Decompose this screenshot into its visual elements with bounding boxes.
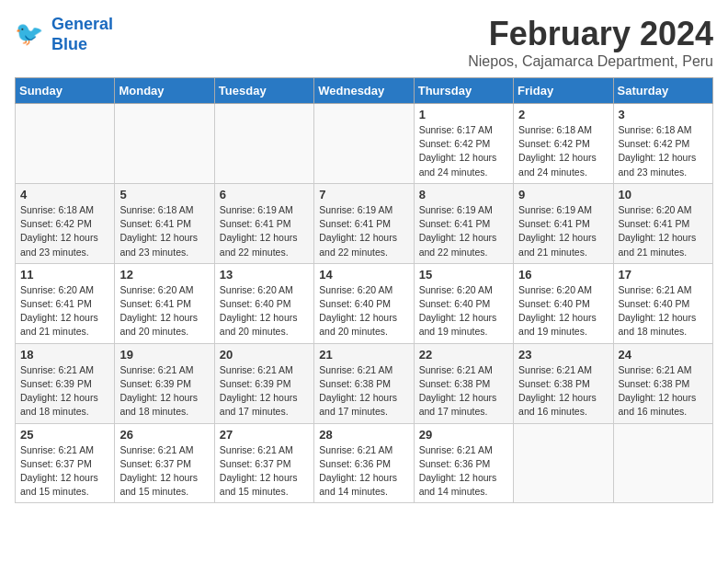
day-info: Sunrise: 6:18 AM Sunset: 6:41 PM Dayligh… — [119, 203, 209, 259]
calendar-cell — [613, 423, 712, 503]
day-number: 1 — [419, 108, 508, 121]
day-number: 27 — [220, 428, 309, 442]
day-number: 13 — [220, 268, 309, 282]
day-number: 7 — [319, 188, 408, 201]
day-info: Sunrise: 6:20 AM Sunset: 6:41 PM Dayligh… — [20, 283, 109, 339]
day-info: Sunrise: 6:21 AM Sunset: 6:38 PM Dayligh… — [419, 363, 508, 419]
calendar-cell: 1Sunrise: 6:17 AM Sunset: 6:42 PM Daylig… — [414, 104, 513, 184]
calendar-cell: 3Sunrise: 6:18 AM Sunset: 6:42 PM Daylig… — [613, 104, 712, 184]
logo-line1: General — [51, 15, 113, 33]
calendar-cell: 13Sunrise: 6:20 AM Sunset: 6:40 PM Dayli… — [214, 263, 313, 343]
day-info: Sunrise: 6:19 AM Sunset: 6:41 PM Dayligh… — [319, 203, 408, 259]
calendar-cell: 19Sunrise: 6:21 AM Sunset: 6:39 PM Dayli… — [115, 343, 214, 423]
day-number: 29 — [419, 428, 508, 442]
day-number: 8 — [419, 188, 508, 201]
day-number: 28 — [319, 428, 408, 442]
day-info: Sunrise: 6:21 AM Sunset: 6:40 PM Dayligh… — [619, 283, 708, 339]
day-number: 16 — [518, 268, 608, 282]
day-number: 22 — [419, 348, 508, 362]
calendar-cell: 2Sunrise: 6:18 AM Sunset: 6:42 PM Daylig… — [514, 104, 613, 184]
calendar-cell: 17Sunrise: 6:21 AM Sunset: 6:40 PM Dayli… — [613, 263, 712, 343]
day-info: Sunrise: 6:18 AM Sunset: 6:42 PM Dayligh… — [20, 203, 109, 259]
day-info: Sunrise: 6:20 AM Sunset: 6:40 PM Dayligh… — [419, 283, 508, 339]
day-info: Sunrise: 6:21 AM Sunset: 6:36 PM Dayligh… — [419, 443, 508, 500]
day-info: Sunrise: 6:19 AM Sunset: 6:41 PM Dayligh… — [518, 203, 608, 259]
day-number: 4 — [20, 188, 109, 201]
day-info: Sunrise: 6:21 AM Sunset: 6:37 PM Dayligh… — [119, 443, 209, 500]
column-header-monday: Monday — [115, 78, 214, 104]
calendar-cell — [514, 423, 613, 503]
calendar-cell: 24Sunrise: 6:21 AM Sunset: 6:38 PM Dayli… — [613, 343, 712, 423]
day-info: Sunrise: 6:19 AM Sunset: 6:41 PM Dayligh… — [220, 203, 309, 259]
day-info: Sunrise: 6:21 AM Sunset: 6:37 PM Dayligh… — [220, 443, 309, 500]
calendar-cell: 10Sunrise: 6:20 AM Sunset: 6:41 PM Dayli… — [613, 183, 712, 263]
day-info: Sunrise: 6:18 AM Sunset: 6:42 PM Dayligh… — [518, 123, 608, 179]
day-number: 11 — [20, 268, 109, 282]
day-info: Sunrise: 6:21 AM Sunset: 6:39 PM Dayligh… — [20, 363, 109, 419]
calendar-cell — [16, 104, 115, 184]
day-number: 15 — [419, 268, 508, 282]
day-info: Sunrise: 6:21 AM Sunset: 6:37 PM Dayligh… — [20, 443, 109, 500]
calendar-cell: 9Sunrise: 6:19 AM Sunset: 6:41 PM Daylig… — [514, 183, 613, 263]
header: 🐦 General Blue February 2024 Niepos, Caj… — [15, 15, 713, 70]
calendar-cell: 20Sunrise: 6:21 AM Sunset: 6:39 PM Dayli… — [214, 343, 313, 423]
calendar-cell: 21Sunrise: 6:21 AM Sunset: 6:38 PM Dayli… — [314, 343, 414, 423]
column-header-tuesday: Tuesday — [214, 78, 313, 104]
calendar-cell: 27Sunrise: 6:21 AM Sunset: 6:37 PM Dayli… — [214, 423, 313, 503]
calendar-cell: 23Sunrise: 6:21 AM Sunset: 6:38 PM Dayli… — [514, 343, 613, 423]
day-number: 20 — [220, 348, 309, 362]
calendar-cell: 12Sunrise: 6:20 AM Sunset: 6:41 PM Dayli… — [115, 263, 214, 343]
calendar-cell: 22Sunrise: 6:21 AM Sunset: 6:38 PM Dayli… — [414, 343, 513, 423]
day-number: 12 — [119, 268, 209, 282]
calendar-cell: 26Sunrise: 6:21 AM Sunset: 6:37 PM Dayli… — [115, 423, 214, 503]
calendar-cell — [115, 104, 214, 184]
day-number: 25 — [20, 428, 109, 442]
day-info: Sunrise: 6:21 AM Sunset: 6:39 PM Dayligh… — [119, 363, 209, 419]
day-number: 17 — [619, 268, 708, 282]
day-number: 9 — [518, 188, 608, 201]
calendar-cell: 11Sunrise: 6:20 AM Sunset: 6:41 PM Dayli… — [16, 263, 115, 343]
day-number: 5 — [119, 188, 209, 201]
column-header-thursday: Thursday — [414, 78, 513, 104]
calendar-week-5: 25Sunrise: 6:21 AM Sunset: 6:37 PM Dayli… — [16, 423, 713, 503]
logo-line2: Blue — [51, 35, 87, 53]
day-number: 14 — [319, 268, 408, 282]
day-info: Sunrise: 6:20 AM Sunset: 6:40 PM Dayligh… — [319, 283, 408, 339]
day-number: 10 — [619, 188, 708, 201]
calendar-cell: 4Sunrise: 6:18 AM Sunset: 6:42 PM Daylig… — [16, 183, 115, 263]
day-number: 2 — [518, 108, 608, 121]
day-info: Sunrise: 6:20 AM Sunset: 6:41 PM Dayligh… — [119, 283, 209, 339]
day-info: Sunrise: 6:17 AM Sunset: 6:42 PM Dayligh… — [419, 123, 508, 179]
calendar-cell: 15Sunrise: 6:20 AM Sunset: 6:40 PM Dayli… — [414, 263, 513, 343]
calendar-cell: 6Sunrise: 6:19 AM Sunset: 6:41 PM Daylig… — [214, 183, 313, 263]
day-info: Sunrise: 6:19 AM Sunset: 6:41 PM Dayligh… — [419, 203, 508, 259]
calendar-table: SundayMondayTuesdayWednesdayThursdayFrid… — [15, 77, 713, 503]
svg-text:🐦: 🐦 — [15, 19, 44, 48]
day-number: 26 — [119, 428, 209, 442]
column-header-friday: Friday — [514, 78, 613, 104]
calendar-cell: 7Sunrise: 6:19 AM Sunset: 6:41 PM Daylig… — [314, 183, 414, 263]
calendar-cell — [314, 104, 414, 184]
day-info: Sunrise: 6:20 AM Sunset: 6:40 PM Dayligh… — [220, 283, 309, 339]
calendar-cell: 16Sunrise: 6:20 AM Sunset: 6:40 PM Dayli… — [514, 263, 613, 343]
calendar-cell: 29Sunrise: 6:21 AM Sunset: 6:36 PM Dayli… — [414, 423, 513, 503]
day-info: Sunrise: 6:18 AM Sunset: 6:42 PM Dayligh… — [619, 123, 708, 179]
calendar-week-1: 1Sunrise: 6:17 AM Sunset: 6:42 PM Daylig… — [16, 104, 713, 184]
calendar-cell — [214, 104, 313, 184]
day-info: Sunrise: 6:21 AM Sunset: 6:38 PM Dayligh… — [319, 363, 408, 419]
logo: 🐦 General Blue — [15, 15, 113, 54]
day-info: Sunrise: 6:21 AM Sunset: 6:38 PM Dayligh… — [518, 363, 608, 419]
calendar-week-3: 11Sunrise: 6:20 AM Sunset: 6:41 PM Dayli… — [16, 263, 713, 343]
calendar-week-2: 4Sunrise: 6:18 AM Sunset: 6:42 PM Daylig… — [16, 183, 713, 263]
day-number: 23 — [518, 348, 608, 362]
column-header-saturday: Saturday — [613, 78, 712, 104]
day-info: Sunrise: 6:21 AM Sunset: 6:36 PM Dayligh… — [319, 443, 408, 500]
calendar-cell: 18Sunrise: 6:21 AM Sunset: 6:39 PM Dayli… — [16, 343, 115, 423]
page-subtitle: Niepos, Cajamarca Department, Peru — [468, 53, 713, 70]
calendar-cell: 5Sunrise: 6:18 AM Sunset: 6:41 PM Daylig… — [115, 183, 214, 263]
calendar-week-4: 18Sunrise: 6:21 AM Sunset: 6:39 PM Dayli… — [16, 343, 713, 423]
logo-icon: 🐦 — [15, 18, 48, 52]
day-number: 18 — [20, 348, 109, 362]
day-number: 19 — [119, 348, 209, 362]
calendar-header-row: SundayMondayTuesdayWednesdayThursdayFrid… — [16, 78, 713, 104]
